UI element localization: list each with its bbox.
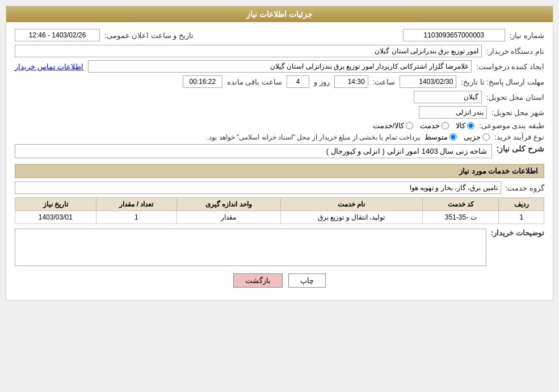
col-header-name: نام خدمت <box>280 198 422 211</box>
deadline-label: مهلت ارسال پاسخ: تا تاریخ: <box>461 78 544 86</box>
table-cell-row: 1 <box>499 211 544 224</box>
buyer-notes-label: توضیحات خریدار: <box>491 229 544 237</box>
services-table: ردیف کد خدمت نام خدمت واحد اندازه گیری ت… <box>15 197 544 224</box>
page-header: جزئیات اطلاعات نیاز <box>6 6 553 22</box>
category-option-kala-label: کالا <box>456 121 465 130</box>
deadline-time: 14:30 <box>334 75 368 88</box>
category-option-khedmat-label: خدمت <box>420 121 440 130</box>
back-button[interactable]: بازگشت <box>233 273 283 288</box>
services-section-title: اطلاعات خدمات مورد نیاز <box>15 164 544 178</box>
table-cell-quantity: 1 <box>96 211 176 224</box>
announcement-date-label: تاریخ و ساعت اعلان عمومی: <box>104 31 194 40</box>
purchase-type-motevaset-label: متوسط <box>424 133 448 141</box>
service-group-value: تامین برق، گاز، بخار و تهویه هوا <box>15 182 501 194</box>
table-row: 1ت -35-351تولید، انتقال و توزیع برقمقدار… <box>15 211 544 224</box>
category-label: طبقه بندی موضوعی: <box>479 121 544 130</box>
creator-label: ایجاد کننده درخواست: <box>476 62 544 71</box>
purchase-note: پرداخت تمام یا بخشی از مبلغ خریدار از مح… <box>207 133 420 141</box>
announcement-date-value: 1403/02/26 - 12:46 <box>15 29 100 41</box>
deadline-days: 4 <box>287 75 309 88</box>
city-label: شهر محل تحویل: <box>491 108 544 117</box>
need-desc-value: شاخه زنی سال 1403 امور انزلی ( انزلی و ک… <box>15 144 492 158</box>
category-radio-group: کالا خدمت کالا/خدمت <box>373 121 475 130</box>
creator-value: غلامرضا گلزار اشترکانی کاربردار امور توز… <box>88 60 472 73</box>
category-option-kala-khedmat[interactable]: کالا/خدمت <box>373 121 414 130</box>
col-header-unit: واحد اندازه گیری <box>177 198 281 211</box>
col-header-date: تاریخ نیاز <box>15 198 96 211</box>
deadline-remaining: 00:16:22 <box>183 75 222 88</box>
category-option-kala-khedmat-label: کالا/خدمت <box>373 121 405 130</box>
table-cell-date: 1403/03/01 <box>15 211 96 224</box>
deadline-time-label: ساعت: <box>373 78 396 86</box>
purchase-type-motevaset[interactable]: متوسط <box>424 133 457 141</box>
purchase-type-radio-group: جزیی متوسط <box>424 133 490 141</box>
category-option-khedmat[interactable]: خدمت <box>420 121 449 130</box>
province-value: گیلان <box>414 91 482 103</box>
print-button[interactable]: چاپ <box>288 273 326 288</box>
col-header-code: کد خدمت <box>422 198 499 211</box>
need-number-label: شماره نیاز: <box>510 31 544 40</box>
table-cell-code: ت -35-351 <box>422 211 499 224</box>
category-option-kala[interactable]: کالا <box>456 121 474 130</box>
purchase-type-label: نوع فرآیند خرید: <box>494 133 544 141</box>
table-cell-name: تولید، انتقال و توزیع برق <box>280 211 422 224</box>
table-cell-unit: مقدار <box>177 211 281 224</box>
deadline-days-label: روز و <box>314 78 330 86</box>
city-value: بندر انزلی <box>419 106 487 119</box>
need-desc-label: شرح کلی نیاز: <box>497 144 544 153</box>
service-group-label: گروه خدمت: <box>506 184 544 192</box>
province-label: استان محل تحویل: <box>486 93 544 102</box>
buyer-org-value: امور توزیع برق بندرانزلی استان گیلان <box>15 45 482 57</box>
purchase-type-jozi[interactable]: جزیی <box>464 133 490 141</box>
contact-link[interactable]: اطلاعات تماس خریدار <box>15 62 83 71</box>
need-number-value: 1103093657000003 <box>403 29 505 41</box>
col-header-qty: تعداد / مقدار <box>96 198 176 211</box>
buyer-org-label: نام دستگاه خریدار: <box>486 47 544 56</box>
bottom-buttons: چاپ بازگشت <box>15 273 544 288</box>
deadline-date: 1403/02/30 <box>400 75 456 88</box>
deadline-remaining-label: ساعت باقی مانده <box>227 78 282 86</box>
page-title: جزئیات اطلاعات نیاز <box>246 10 313 19</box>
buyer-notes-textarea[interactable] <box>15 229 486 266</box>
col-header-row: ردیف <box>499 198 544 211</box>
purchase-type-jozi-label: جزیی <box>464 133 481 141</box>
